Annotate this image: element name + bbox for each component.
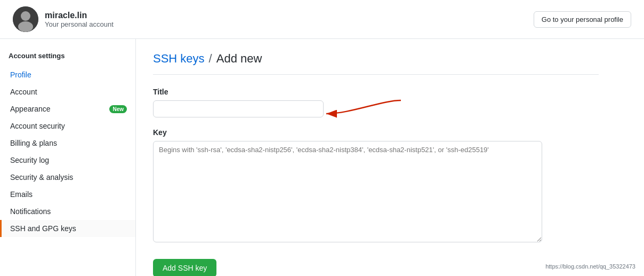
breadcrumb-link[interactable]: SSH keys <box>153 52 205 66</box>
sidebar-item-ssh-gpg[interactable]: SSH and GPG keys <box>0 220 135 237</box>
title-input[interactable] <box>153 100 324 117</box>
svg-point-2 <box>18 21 33 32</box>
title-input-wrapper <box>153 100 599 117</box>
sidebar-item-label: Profile <box>10 70 31 79</box>
profile-button[interactable]: Go to your personal profile <box>534 11 631 28</box>
sidebar-item-label: Account <box>10 88 37 96</box>
sidebar-item-label: Notifications <box>10 207 51 216</box>
add-ssh-key-button[interactable]: Add SSH key <box>153 259 216 276</box>
red-arrow-icon <box>318 98 404 119</box>
avatar-image <box>13 6 38 32</box>
sidebar-item-billing[interactable]: Billing & plans <box>0 135 135 152</box>
avatar <box>13 6 38 32</box>
new-badge: New <box>109 105 127 113</box>
key-textarea[interactable] <box>153 141 542 242</box>
watermark: https://blog.csdn.net/qq_35322473 <box>545 263 635 270</box>
title-group: Title <box>153 88 599 117</box>
breadcrumb-current: Add new <box>216 52 262 66</box>
svg-point-1 <box>21 11 30 21</box>
sidebar-item-account[interactable]: Account <box>0 83 135 100</box>
sidebar: Account settings ProfileAccountAppearanc… <box>0 39 136 276</box>
sidebar-item-security-analysis[interactable]: Security & analysis <box>0 169 135 186</box>
sidebar-item-label: Account security <box>10 122 65 130</box>
main-content: SSH keys / Add new Title Key <box>136 39 616 276</box>
sidebar-section-title: Account settings <box>0 48 135 64</box>
key-group: Key <box>153 128 599 244</box>
sidebar-item-label: Emails <box>10 190 33 199</box>
sidebar-item-account-security[interactable]: Account security <box>0 117 135 135</box>
sidebar-item-security-log[interactable]: Security log <box>0 152 135 169</box>
user-text: miracle.lin Your personal account <box>45 11 114 28</box>
sidebar-item-notifications[interactable]: Notifications <box>0 203 135 220</box>
top-bar: miracle.lin Your personal account Go to … <box>0 0 644 39</box>
sidebar-item-profile[interactable]: Profile <box>0 66 135 83</box>
sidebar-item-label: Security log <box>10 156 49 164</box>
sidebar-item-appearance[interactable]: AppearanceNew <box>0 100 135 117</box>
sidebar-item-label: Billing & plans <box>10 139 57 147</box>
layout: Account settings ProfileAccountAppearanc… <box>0 39 644 276</box>
sidebar-item-label: Security & analysis <box>10 173 73 182</box>
sidebar-item-label: Appearance <box>10 105 51 113</box>
title-label: Title <box>153 88 599 96</box>
user-subtitle: Your personal account <box>45 20 114 28</box>
breadcrumb-separator: / <box>209 52 212 66</box>
sidebar-item-emails[interactable]: Emails <box>0 186 135 203</box>
breadcrumb: SSH keys / Add new <box>153 52 599 75</box>
sidebar-item-label: SSH and GPG keys <box>10 224 76 233</box>
user-name: miracle.lin <box>45 11 114 20</box>
key-label: Key <box>153 128 599 137</box>
user-info: miracle.lin Your personal account <box>13 6 114 32</box>
